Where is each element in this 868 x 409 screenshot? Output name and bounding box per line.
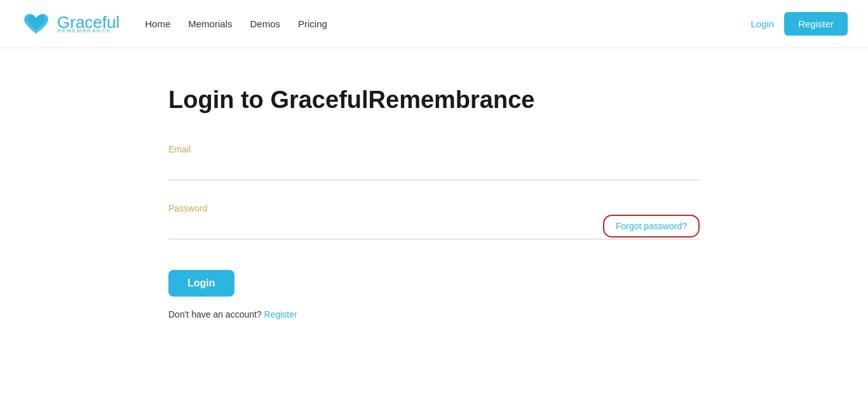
logo-area: Graceful REMEMBRANCE xyxy=(20,8,119,40)
nav-register-button[interactable]: Register xyxy=(784,12,848,36)
email-label: Email xyxy=(168,144,700,154)
nav-links: Home Memorials Demos Pricing xyxy=(145,18,327,30)
no-account-text: Don't have an account? xyxy=(168,309,262,319)
register-prompt: Don't have an account? Register xyxy=(168,309,700,319)
email-input[interactable] xyxy=(168,161,700,180)
nav-login-link[interactable]: Login xyxy=(750,18,774,29)
nav-item-demos[interactable]: Demos xyxy=(250,18,280,30)
nav-right: Login Register xyxy=(750,12,848,36)
password-row: Forgot password? xyxy=(168,220,700,239)
logo-text-group: Graceful REMEMBRANCE xyxy=(57,14,119,34)
page-title: Login to GracefulRemembrance xyxy=(168,86,700,114)
nav-link-memorials[interactable]: Memorials xyxy=(188,18,232,29)
nav-item-home[interactable]: Home xyxy=(145,18,170,30)
password-group: Password Forgot password? xyxy=(168,203,700,239)
forgot-password-link[interactable]: Forgot password? xyxy=(603,215,700,238)
nav-link-demos[interactable]: Demos xyxy=(250,18,280,29)
logo-svg xyxy=(20,8,52,40)
navbar: Graceful REMEMBRANCE Home Memorials Demo… xyxy=(0,0,868,48)
nav-link-home[interactable]: Home xyxy=(145,18,170,29)
register-link[interactable]: Register xyxy=(264,309,297,319)
login-form: Email Password Forgot password? Login Do… xyxy=(168,144,700,319)
email-group: Email xyxy=(168,144,700,180)
main-content: Login to GracefulRemembrance Email Passw… xyxy=(148,48,720,345)
logo-subtext: REMEMBRANCE xyxy=(57,28,119,34)
logo-icon xyxy=(20,8,52,40)
nav-link-pricing[interactable]: Pricing xyxy=(298,18,327,29)
login-button[interactable]: Login xyxy=(168,270,234,297)
nav-left: Graceful REMEMBRANCE Home Memorials Demo… xyxy=(20,8,327,40)
nav-item-pricing[interactable]: Pricing xyxy=(298,18,327,30)
nav-item-memorials[interactable]: Memorials xyxy=(188,18,232,30)
password-label: Password xyxy=(168,203,700,213)
